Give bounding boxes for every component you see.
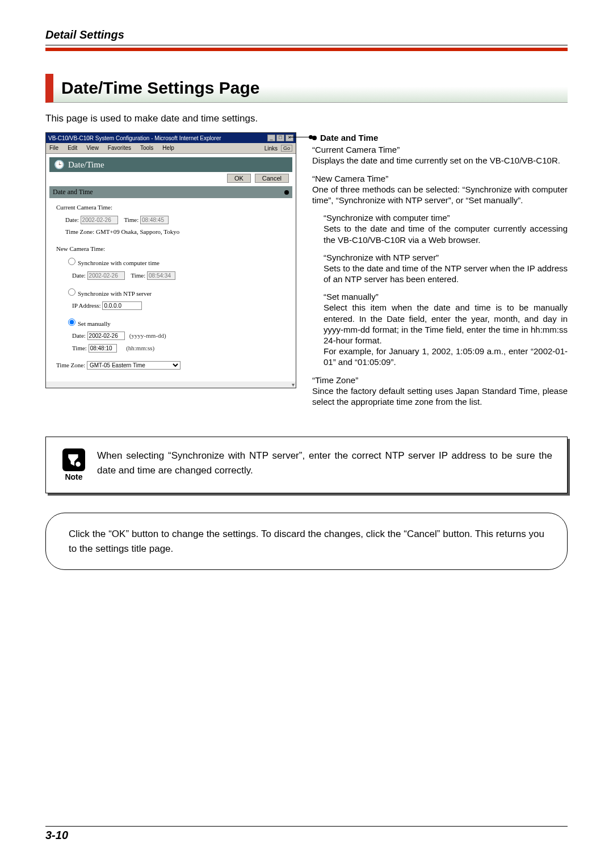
radio-set-manually[interactable] xyxy=(68,318,75,326)
page-title-box: Date/Time Settings Page xyxy=(45,74,568,103)
maximize-icon: □ xyxy=(276,135,284,141)
menu-view[interactable]: View xyxy=(86,145,99,152)
time-label-2: Time: xyxy=(131,272,145,279)
desc-heading: Date and Time xyxy=(312,132,568,143)
date-label: Date: xyxy=(65,216,79,223)
intro-text: This page is used to make date and time … xyxy=(45,113,568,124)
time-label-3: Time: xyxy=(72,345,87,351)
desc-sub6-body: Since the factory default setting uses J… xyxy=(312,386,568,406)
go-button[interactable]: Go xyxy=(281,145,292,152)
panel-header: 🕒 Date/Time xyxy=(49,157,292,172)
desc-sub1-title: “Current Camera Time” xyxy=(312,145,400,154)
current-time-label: Current Camera Time: xyxy=(56,203,285,213)
opt-sync-computer: Synchronize with computer time xyxy=(78,259,159,266)
section-header: Detail Settings xyxy=(45,28,568,45)
hint-date: (yyyy-mm-dd) xyxy=(129,332,166,339)
date-label-2: Date: xyxy=(72,272,86,279)
comp-date-field xyxy=(87,271,125,280)
desc-heading-text: Date and Time xyxy=(320,132,378,143)
instruction-box: Click the “OK” button to change the sett… xyxy=(45,513,568,570)
page-title: Date/Time Settings Page xyxy=(61,78,560,98)
manual-time-field[interactable] xyxy=(89,344,117,353)
desc-sub6-title: “Time Zone” xyxy=(312,375,358,385)
time-label: Time: xyxy=(124,216,138,223)
ip-label: IP Address: xyxy=(72,302,101,309)
window-titlebar: VB-C10/VB-C10R System Configuration - Mi… xyxy=(46,133,296,143)
close-icon: × xyxy=(285,135,293,141)
menu-file[interactable]: File xyxy=(49,145,58,152)
desc-sub2-body: One of three methods can be selected: “S… xyxy=(312,184,568,205)
ok-button[interactable]: OK xyxy=(227,174,251,183)
cancel-button[interactable]: Cancel xyxy=(255,174,289,183)
desc-sub3-body: Sets to the date and time of the compute… xyxy=(324,224,568,244)
section-title: Date and Time xyxy=(53,188,93,196)
browser-screenshot: VB-C10/VB-C10R System Configuration - Mi… xyxy=(45,132,296,388)
minimize-icon: _ xyxy=(267,135,275,141)
note-box: Note When selecting “Synchronize with NT… xyxy=(45,437,568,493)
desc-sub2-title: “New Camera Time” xyxy=(312,174,388,183)
description-column: Date and Time “Current Camera Time” Disp… xyxy=(312,132,568,414)
manual-date-field[interactable] xyxy=(87,332,125,340)
tz-select[interactable]: GMT-05 Eastern Time xyxy=(87,361,180,370)
desc-sub1-body: Displays the date and time currently set… xyxy=(312,156,560,165)
note-icon xyxy=(62,448,85,471)
radio-sync-computer[interactable] xyxy=(68,258,75,265)
ip-field[interactable] xyxy=(102,301,142,310)
browser-menubar: File Edit View Favorites Tools Help Link… xyxy=(46,143,296,154)
note-label: Note xyxy=(61,472,87,481)
tz-label-current: Time Zone: xyxy=(65,228,94,235)
comp-time-field xyxy=(147,271,175,280)
desc-sub5-body: Select this item when the date and time … xyxy=(324,303,568,345)
note-text: When selecting “Synchronize with NTP ser… xyxy=(97,448,552,481)
menu-tools[interactable]: Tools xyxy=(140,145,153,152)
links-label: Links xyxy=(264,145,278,152)
section-heading: Date and Time xyxy=(49,186,292,198)
menu-help[interactable]: Help xyxy=(162,145,174,152)
tz-label-select: Time Zone: xyxy=(56,362,85,368)
clock-icon: 🕒 xyxy=(54,160,65,170)
new-time-label: New Camera Time: xyxy=(56,244,285,254)
svg-point-0 xyxy=(76,462,80,466)
page-footer: 3-10 xyxy=(45,826,568,842)
callout-line-icon xyxy=(289,137,312,137)
window-title: VB-C10/VB-C10R System Configuration - Mi… xyxy=(48,135,221,141)
desc-sub5-title: “Set manually” xyxy=(324,292,379,301)
opt-set-manually: Set manually xyxy=(78,320,111,327)
callout-dot-icon xyxy=(284,190,289,195)
date-label-3: Date: xyxy=(72,332,86,339)
menu-edit[interactable]: Edit xyxy=(68,145,77,152)
radio-sync-ntp[interactable] xyxy=(68,288,75,296)
desc-sub3-title: “Synchronize with computer time” xyxy=(324,213,450,223)
hint-time: (hh:mm:ss) xyxy=(126,345,154,351)
scroll-indicator-icon: ▾ xyxy=(46,381,296,388)
opt-sync-ntp: Synchronize with NTP server xyxy=(78,290,152,297)
panel-title: Date/Time xyxy=(68,160,104,170)
accent-bar xyxy=(45,48,568,51)
desc-sub4-title: “Synchronize with NTP server” xyxy=(324,253,439,262)
current-time-field xyxy=(140,216,169,224)
tz-value-current: GMT+09 Osaka, Sapporo, Tokyo xyxy=(96,228,179,235)
desc-sub5-example: For example, for January 1, 2002, 1:05:0… xyxy=(324,346,568,367)
desc-sub4-body: Sets to the date and time of the NTP ser… xyxy=(324,263,568,284)
current-date-field xyxy=(81,216,118,224)
menu-favorites[interactable]: Favorites xyxy=(108,145,131,152)
